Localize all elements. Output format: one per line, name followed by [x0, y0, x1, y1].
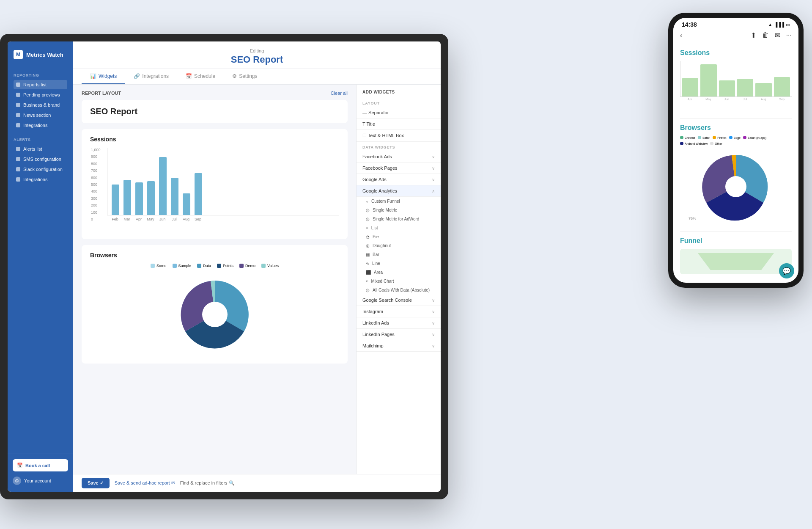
facebook-pages-group[interactable]: Facebook Pages ∨ [357, 163, 441, 174]
pie-item[interactable]: ◔ Pie [357, 232, 441, 241]
bar [147, 181, 155, 215]
mail-icon[interactable]: ✉ [775, 31, 780, 39]
save-button[interactable]: Save ✓ [82, 478, 110, 488]
goals-icon: ◎ [366, 288, 370, 292]
bar-group [112, 185, 119, 215]
item-dot [16, 157, 20, 161]
area-item[interactable]: ⬛ Area [357, 268, 441, 277]
legend-item: Points [217, 264, 233, 268]
phone-bar [700, 64, 716, 96]
item-dot [16, 147, 20, 151]
bar-group [195, 173, 202, 215]
bar [112, 185, 119, 215]
sessions-title: Sessions [90, 136, 339, 143]
tab-widgets[interactable]: 📊 Widgets [82, 69, 125, 84]
laptop-screen: M Metrics Watch REPORTING Reports list P… [8, 41, 441, 492]
sidebar-item-pending-previews[interactable]: Pending previews [14, 90, 67, 99]
google-ads-group[interactable]: Google Ads ∨ [357, 174, 441, 185]
bar-icon: ▦ [366, 252, 370, 257]
line-item[interactable]: ∿ Line [357, 259, 441, 268]
google-search-console-group[interactable]: Google Search Console ∨ [357, 295, 441, 306]
legend-safari: Safari [698, 136, 710, 139]
chevron-up-icon: ∧ [432, 189, 435, 193]
mailchimp-group[interactable]: Mailchimp ∨ [357, 340, 441, 352]
doughnut-item[interactable]: ◎ Doughnut [357, 241, 441, 250]
adword-icon: ◎ [366, 217, 370, 221]
text-html-item[interactable]: ☐ Text & HTML Box [357, 130, 441, 142]
sidebar-item-integrations-reporting[interactable]: Integrations [14, 121, 67, 130]
separator-item[interactable]: — Separator [357, 107, 441, 118]
settings-icon: ⚙ [232, 73, 237, 79]
sidebar-item-integrations-alerts[interactable]: Integrations [14, 175, 67, 184]
title-item[interactable]: T Title [357, 118, 441, 130]
sidebar-item-reports-list[interactable]: Reports list [14, 80, 67, 89]
laptop-frame: M Metrics Watch REPORTING Reports list P… [0, 34, 448, 499]
doughnut-icon: ◎ [366, 243, 370, 248]
linkedin-pages-group[interactable]: LinkedIn Pages ∨ [357, 329, 441, 340]
chat-bubble[interactable]: 💬 [779, 263, 794, 278]
custom-funnel-item[interactable]: ⬦ Custom Funnel [357, 197, 441, 206]
sidebar-item-sms-config[interactable]: SMS configuration [14, 154, 67, 164]
content-area: REPORT LAYOUT Clear all SEO Report Sessi… [73, 85, 441, 474]
phone-browsers-title: Browsers [680, 124, 792, 132]
sidebar-item-alerts-list[interactable]: Alerts list [14, 144, 67, 154]
phone-action-icons: ⬆ 🗑 ✉ ··· [751, 31, 792, 39]
bar-chart-inner [107, 148, 339, 215]
sidebar-item-label: Alerts list [23, 146, 42, 152]
delete-icon[interactable]: 🗑 [762, 31, 769, 39]
list-item[interactable]: ≡ List [357, 223, 441, 232]
funnel-icon: ⬦ [366, 199, 368, 204]
chevron-down-icon: ∨ [432, 177, 435, 182]
sidebar-item-news-section[interactable]: News section [14, 110, 67, 120]
legend-chrome: Chrome [680, 136, 695, 139]
phone-bar [682, 78, 698, 96]
sidebar-item-label: SMS configuration [23, 157, 61, 162]
funnel-svg [694, 251, 778, 272]
mixed-chart-item[interactable]: ≈ Mixed Chart [357, 277, 441, 286]
single-metric-item[interactable]: ◎ Single Metric [357, 206, 441, 215]
linkedin-ads-group[interactable]: LinkedIn Ads ∨ [357, 317, 441, 329]
more-icon[interactable]: ··· [786, 31, 792, 39]
legend-item: Demo [239, 264, 255, 268]
tab-schedule[interactable]: 📅 Schedule [177, 69, 224, 84]
sidebar-logo: M Metrics Watch [8, 41, 73, 68]
facebook-ads-group[interactable]: Facebook Ads ∨ [357, 151, 441, 163]
sidebar-item-label: News section [23, 113, 51, 118]
find-replace-button[interactable]: Find & replace in filters 🔍 [180, 480, 235, 486]
your-account-item[interactable]: ⚙ Your account [13, 475, 68, 487]
item-dot [16, 123, 20, 127]
area-icon: ⬛ [366, 270, 371, 275]
google-analytics-group[interactable]: Google Analytics ∧ [357, 185, 441, 197]
single-metric-adword-item[interactable]: ◎ Single Metric for AdWord [357, 215, 441, 223]
phone-bar [737, 79, 753, 96]
integrations-icon: 🔗 [134, 73, 140, 79]
calendar-icon: 📅 [17, 463, 23, 468]
tab-integrations[interactable]: 🔗 Integrations [125, 69, 177, 84]
pie-icon: ◔ [366, 234, 370, 239]
sidebar-item-business-brand[interactable]: Business & brand [14, 100, 67, 110]
item-dot [16, 177, 20, 182]
schedule-icon: 📅 [186, 73, 192, 79]
list-icon: ≡ [366, 226, 368, 230]
bar-item[interactable]: ▦ Bar [357, 250, 441, 259]
y-axis: 1,0009008007006005004003002001000 [91, 148, 101, 221]
reporting-section: REPORTING Reports list Pending previews … [8, 68, 73, 132]
legend-safari-app: Safari (in-app) [743, 136, 766, 139]
account-label: Your account [24, 478, 51, 483]
back-icon[interactable]: ‹ [680, 32, 682, 39]
widgets-icon: 📊 [90, 73, 96, 79]
phone-pie-svg [698, 149, 774, 225]
clear-all-button[interactable]: Clear all [331, 91, 348, 96]
legend-item: Sample [173, 264, 192, 268]
editing-label: Editing [73, 48, 441, 53]
book-call-button[interactable]: 📅 Book a call [13, 459, 68, 471]
all-goals-item[interactable]: ◎ All Goals With Data (Absolute) [357, 286, 441, 295]
phone-bar [774, 77, 790, 96]
adhoc-button[interactable]: Save & send ad-hoc report ✉ [115, 480, 175, 486]
sidebar-item-slack-config[interactable]: Slack configuration [14, 165, 67, 174]
upload-icon[interactable]: ⬆ [751, 31, 756, 39]
chevron-down-icon: ∨ [432, 332, 435, 337]
tab-settings[interactable]: ⚙ Settings [224, 69, 266, 84]
instagram-group[interactable]: Instagram ∨ [357, 306, 441, 317]
widgets-panel: ADD WIDGETS LAYOUT — Separator T Title ☐… [356, 85, 441, 474]
